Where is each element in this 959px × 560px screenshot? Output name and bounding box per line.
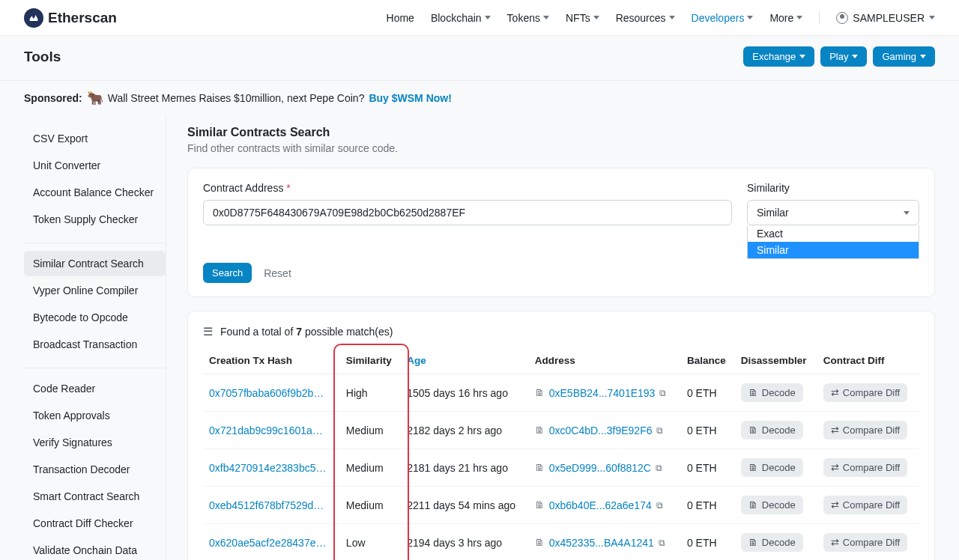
table-row: 0xfb4270914e2383bc5…Medium2181 days 21 h… (203, 449, 919, 487)
decode-button[interactable]: 🗎Decode (741, 383, 803, 402)
address-link[interactable]: 0x452335...BA4A1241 (549, 537, 654, 549)
sidebar-item-contract-diff-checker[interactable]: Contract Diff Checker (24, 511, 166, 536)
user-icon (836, 12, 848, 24)
address-link[interactable]: 0xc0C4bD...3f9E92F6 (549, 424, 653, 436)
play-button[interactable]: Play (820, 46, 867, 67)
gaming-button[interactable]: Gaming (873, 46, 935, 67)
sidebar-item-bytecode-to-opcode[interactable]: Bytecode to Opcode (24, 305, 166, 330)
decode-button[interactable]: 🗎Decode (741, 533, 803, 552)
decode-button[interactable]: 🗎Decode (741, 421, 803, 439)
file-icon: 🗎 (535, 424, 545, 436)
etherscan-logo-icon (24, 8, 43, 28)
sidebar-item-code-reader[interactable]: Code Reader (24, 376, 166, 401)
decode-button[interactable]: 🗎Decode (741, 496, 803, 514)
age-cell: 2181 days 21 hrs ago (401, 449, 528, 487)
sidebar-item-unit-converter[interactable]: Unit Converter (24, 153, 166, 178)
sponsored-cta[interactable]: Buy $WSM Now! (369, 92, 451, 104)
similarity-option-exact[interactable]: Exact (748, 225, 919, 242)
compare-diff-button[interactable]: ⇄Compare Diff (823, 496, 907, 514)
similarity-select[interactable]: Similar (747, 200, 919, 225)
chevron-down-icon (669, 16, 675, 19)
compare-diff-button[interactable]: ⇄Compare Diff (823, 458, 907, 477)
required-star: * (286, 182, 290, 194)
sidebar-item-similar-contract-search[interactable]: Similar Contract Search (24, 251, 166, 276)
similarity-selected-value: Similar (757, 207, 789, 219)
col-balance: Balance (681, 347, 735, 374)
copy-icon[interactable]: ⧉ (656, 500, 663, 511)
similarity-cell: Medium (340, 449, 401, 487)
compare-diff-button[interactable]: ⇄Compare Diff (823, 383, 907, 402)
sidebar-item-validate-onchain-data[interactable]: Validate Onchain Data (24, 538, 166, 560)
top-bar: Etherscan HomeBlockchainTokensNFTsResour… (0, 0, 959, 36)
section-title: Similar Contracts Search (187, 126, 935, 139)
nav-blockchain[interactable]: Blockchain (431, 12, 491, 24)
section-subtitle: Find other contracts with similar source… (187, 142, 935, 154)
compare-diff-button[interactable]: ⇄Compare Diff (823, 533, 907, 552)
decode-button[interactable]: 🗎Decode (741, 458, 803, 477)
compare-icon: ⇄ (831, 499, 839, 511)
nav-home[interactable]: Home (387, 12, 414, 24)
tx-hash-link[interactable]: 0x7057fbaba606f9b2b… (209, 387, 324, 399)
file-icon: 🗎 (535, 537, 545, 548)
title-bar: Tools Exchange Play Gaming (0, 36, 959, 81)
quick-buttons: Exchange Play Gaming (743, 46, 935, 67)
sponsored-banner: Sponsored: 🐂 Wall Street Memes Raises $1… (0, 81, 959, 115)
sidebar-item-account-balance-checker[interactable]: Account Balance Checker (24, 180, 166, 205)
col-age: Age (401, 347, 528, 374)
sidebar-item-vyper-online-compiler[interactable]: Vyper Online Compiler (24, 278, 166, 303)
sidebar-item-broadcast-transaction[interactable]: Broadcast Transaction (24, 332, 166, 357)
sidebar-item-token-supply-checker[interactable]: Token Supply Checker (24, 207, 166, 232)
top-nav: HomeBlockchainTokensNFTsResourcesDevelop… (387, 11, 935, 25)
compare-diff-button[interactable]: ⇄Compare Diff (823, 421, 907, 439)
similarity-label: Similarity (747, 182, 919, 194)
balance-cell: 0 ETH (681, 412, 735, 449)
copy-icon[interactable]: ⧉ (656, 425, 663, 436)
results-summary: ☰ Found a total of 7 possible match(es) (203, 325, 919, 347)
nav-developers[interactable]: Developers (692, 12, 754, 24)
nav-tokens[interactable]: Tokens (507, 12, 549, 24)
tx-hash-link[interactable]: 0x620ae5acf2e28437e… (209, 537, 326, 549)
similarity-option-similar[interactable]: Similar (748, 242, 919, 258)
age-cell: 2182 days 2 hrs ago (401, 412, 528, 449)
tx-hash-link[interactable]: 0xeb4512f678bf7529d… (209, 499, 324, 511)
col-creation-tx-hash: Creation Tx Hash (203, 347, 340, 374)
file-icon: 🗎 (535, 462, 545, 473)
bull-icon: 🐂 (87, 90, 103, 106)
search-button[interactable]: Search (203, 263, 252, 283)
col-address: Address (529, 347, 681, 374)
sidebar-item-token-approvals[interactable]: Token Approvals (24, 403, 166, 428)
sidebar-item-verify-signatures[interactable]: Verify Signatures (24, 430, 166, 455)
nav-resources[interactable]: Resources (616, 12, 675, 24)
address-link[interactable]: 0x5eD999...60f8812C (549, 462, 651, 474)
tx-hash-link[interactable]: 0xfb4270914e2383bc5… (209, 462, 326, 474)
nav-more[interactable]: More (769, 12, 802, 24)
chevron-down-icon (796, 16, 802, 19)
table-row: 0xeb4512f678bf7529d…Medium2211 days 54 m… (203, 487, 919, 524)
address-link[interactable]: 0xE5BB24...7401E193 (549, 387, 656, 399)
balance-cell: 0 ETH (681, 449, 735, 487)
sidebar-item-transaction-decoder[interactable]: Transaction Decoder (24, 457, 166, 482)
compare-icon: ⇄ (831, 424, 839, 436)
sponsored-text: Wall Street Memes Raises $10million, nex… (108, 92, 365, 104)
tx-hash-link[interactable]: 0x721dab9c99c1601a… (209, 424, 323, 436)
chevron-down-icon (799, 55, 805, 58)
user-menu[interactable]: SAMPLEUSER (836, 12, 935, 24)
reset-button[interactable]: Reset (264, 267, 291, 279)
exchange-button[interactable]: Exchange (743, 46, 814, 67)
chevron-down-icon (485, 16, 491, 19)
col-contract-diff: Contract Diff (817, 347, 919, 374)
nav-nfts[interactable]: NFTs (566, 12, 599, 24)
contract-address-input[interactable] (203, 200, 732, 225)
page-title: Tools (24, 49, 61, 65)
brand-logo[interactable]: Etherscan (24, 8, 117, 28)
copy-icon[interactable]: ⧉ (659, 538, 665, 548)
copy-icon[interactable]: ⧉ (659, 388, 666, 398)
sidebar-item-csv-export[interactable]: CSV Export (24, 126, 166, 151)
list-icon: ☰ (203, 325, 213, 338)
chevron-down-icon (747, 16, 753, 19)
copy-icon[interactable]: ⧉ (656, 463, 662, 473)
results-table: Creation Tx HashSimilarityAgeAddressBala… (203, 347, 919, 560)
sidebar-item-smart-contract-search[interactable]: Smart Contract Search (24, 484, 166, 509)
chevron-down-icon (593, 16, 599, 19)
address-link[interactable]: 0xb6b40E...62a6e174 (549, 499, 652, 511)
